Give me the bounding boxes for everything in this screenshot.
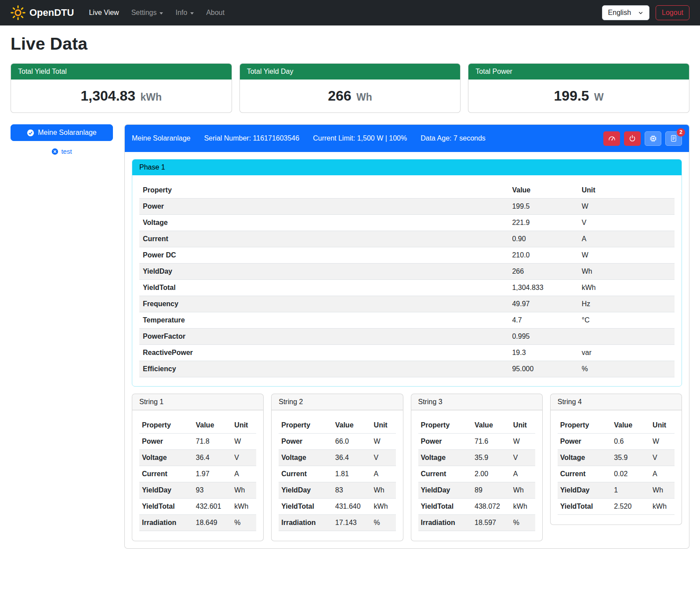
page-title: Live Data bbox=[11, 34, 689, 54]
test-link-label: test bbox=[61, 148, 72, 155]
string-panel-3: String 3 Property Value Unit bbox=[411, 394, 543, 541]
language-select[interactable]: English bbox=[602, 5, 649, 20]
table-row: Power 71.8 W bbox=[139, 434, 256, 450]
unit-cell: kWh bbox=[232, 499, 256, 515]
power-icon bbox=[629, 135, 636, 142]
property-cell: Power bbox=[139, 199, 508, 215]
value-cell: 4.7 bbox=[508, 312, 578, 329]
column-header-unit: Unit bbox=[650, 417, 675, 434]
value-cell: 438.072 bbox=[472, 499, 511, 515]
unit-cell: W bbox=[232, 434, 256, 450]
property-cell: YieldDay bbox=[139, 482, 193, 499]
sidebar: Meine Solaranlage test bbox=[11, 124, 113, 157]
strings-row: String 1 Property Value Unit bbox=[132, 394, 682, 541]
column-header-property: Property bbox=[139, 182, 508, 199]
power-button[interactable] bbox=[624, 131, 641, 146]
summary-card-body: 266 Wh bbox=[240, 80, 461, 112]
unit-cell bbox=[578, 329, 675, 345]
table-header-row: Property Value Unit bbox=[558, 417, 675, 434]
test-link-wrap: test bbox=[11, 148, 113, 157]
inverter-current-limit: Current Limit: 1,500 W | 100% bbox=[313, 134, 407, 142]
unit-cell: W bbox=[578, 247, 675, 264]
property-cell: Current bbox=[139, 466, 193, 482]
nav-about[interactable]: About bbox=[201, 5, 230, 20]
property-cell: Voltage bbox=[558, 450, 611, 466]
summary-card-value: 1,304.83 bbox=[81, 88, 136, 104]
value-cell: 36.4 bbox=[193, 450, 232, 466]
property-cell: YieldTotal bbox=[418, 499, 472, 515]
summary-card-unit: Wh bbox=[356, 91, 372, 103]
unit-cell: % bbox=[371, 515, 396, 531]
table-row: YieldTotal 2.520 kWh bbox=[558, 499, 675, 515]
nav-settings[interactable]: Settings bbox=[126, 5, 169, 20]
brand-label: OpenDTU bbox=[29, 7, 74, 18]
property-cell: Frequency bbox=[139, 296, 508, 312]
value-cell: 0.995 bbox=[508, 329, 578, 345]
value-cell: 1.97 bbox=[193, 466, 232, 482]
property-cell: Voltage bbox=[279, 450, 332, 466]
value-cell: 36.4 bbox=[333, 450, 371, 466]
column-header-unit: Unit bbox=[232, 417, 256, 434]
table-header-row: Property Value Unit bbox=[279, 417, 395, 434]
table-row: YieldTotal 1,304.833 kWh bbox=[139, 280, 675, 296]
unit-cell: V bbox=[371, 450, 396, 466]
nav-info[interactable]: Info bbox=[170, 5, 199, 20]
table-row: Current 1.81 A bbox=[279, 466, 395, 482]
table-row: Current 2.00 A bbox=[418, 466, 535, 482]
string-panel-1: String 1 Property Value Unit bbox=[132, 394, 264, 541]
string-title: String 4 bbox=[551, 394, 682, 410]
check-circle-icon bbox=[27, 129, 34, 137]
inverter-select-button[interactable]: Meine Solaranlage bbox=[11, 124, 113, 141]
table-row: Irradiation 18.649 % bbox=[139, 515, 256, 531]
limit-settings-button[interactable] bbox=[603, 131, 620, 146]
table-row: YieldDay 89 Wh bbox=[418, 482, 535, 499]
property-cell: Power DC bbox=[139, 247, 508, 264]
summary-cards: Total Yield Total 1,304.83 kWh Total Yie… bbox=[11, 63, 689, 113]
summary-card-body: 1,304.83 kWh bbox=[11, 80, 232, 112]
column-header-value: Value bbox=[508, 182, 578, 199]
property-cell: Temperature bbox=[139, 312, 508, 329]
summary-card-value: 266 bbox=[328, 88, 351, 104]
unit-cell: Hz bbox=[578, 296, 675, 312]
unit-cell: A bbox=[371, 466, 396, 482]
unit-cell: var bbox=[578, 345, 675, 361]
event-log-button[interactable]: 2 bbox=[665, 131, 682, 146]
nav-info-label: Info bbox=[175, 9, 187, 17]
table-row: YieldDay 1 Wh bbox=[558, 482, 675, 499]
property-cell: ReactivePower bbox=[139, 345, 508, 361]
value-cell: 266 bbox=[508, 264, 578, 280]
nav-live-view[interactable]: Live View bbox=[83, 5, 124, 20]
phase-panel: Phase 1 Property Value Unit bbox=[132, 159, 682, 387]
inverter-panel-header: Meine Solaranlage Serial Number: 1161716… bbox=[125, 125, 689, 152]
unit-cell: A bbox=[578, 231, 675, 247]
brand[interactable]: OpenDTU bbox=[11, 5, 74, 20]
unit-cell: Wh bbox=[511, 482, 535, 499]
inverter-panel-body: Phase 1 Property Value Unit bbox=[125, 152, 689, 548]
property-cell: Current bbox=[279, 466, 332, 482]
unit-cell: W bbox=[371, 434, 396, 450]
device-info-button[interactable] bbox=[645, 131, 661, 146]
value-cell: 0.6 bbox=[611, 434, 650, 450]
value-cell: 210.0 bbox=[508, 247, 578, 264]
column-header-value: Value bbox=[193, 417, 232, 434]
value-cell: 0.02 bbox=[611, 466, 650, 482]
property-cell: Voltage bbox=[139, 215, 508, 231]
unit-cell: V bbox=[650, 450, 675, 466]
summary-card-value: 199.5 bbox=[554, 88, 589, 104]
nav-links: Live View Settings Info About bbox=[83, 5, 230, 20]
chevron-down-icon bbox=[160, 12, 163, 14]
unit-cell: Wh bbox=[232, 482, 256, 499]
table-row: Power DC 210.0 W bbox=[139, 247, 675, 264]
table-row: Power 0.6 W bbox=[558, 434, 675, 450]
logout-button[interactable]: Logout bbox=[656, 5, 689, 20]
unit-cell: Wh bbox=[650, 482, 675, 499]
table-row: Voltage 221.9 V bbox=[139, 215, 675, 231]
nav-settings-label: Settings bbox=[131, 9, 157, 17]
column-header-value: Value bbox=[333, 417, 371, 434]
summary-card-title: Total Power bbox=[468, 64, 689, 80]
inverter-name: Meine Solaranlage bbox=[132, 134, 190, 142]
property-cell: YieldDay bbox=[279, 482, 332, 499]
table-row: YieldTotal 431.640 kWh bbox=[279, 499, 395, 515]
unit-cell: V bbox=[578, 215, 675, 231]
test-link[interactable]: test bbox=[51, 148, 72, 155]
